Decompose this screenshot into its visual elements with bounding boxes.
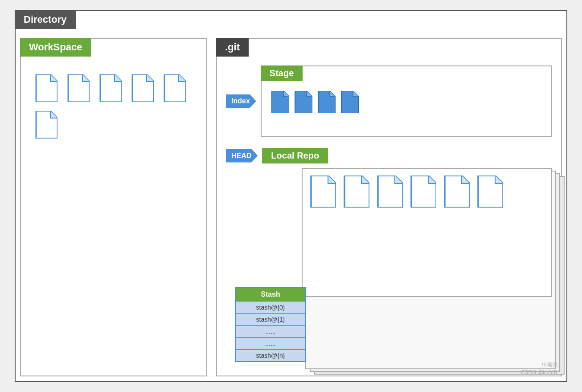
stash-row-n: stash@{n} — [236, 349, 305, 361]
workspace-file-3 — [98, 74, 122, 102]
stage-section: Index Stage — [226, 65, 552, 139]
stash-header: Stash — [236, 288, 305, 301]
stage-files — [262, 66, 551, 120]
directory-label: Directory — [15, 10, 76, 29]
git-label: .git — [216, 38, 249, 57]
stash-row-1: stash@{1} — [236, 313, 305, 325]
repo-file-2 — [343, 176, 369, 208]
workspace-file-5 — [163, 74, 186, 102]
repo-file-5 — [443, 176, 470, 208]
stash-area: Stash stash@{0} stash@{1} ...... ...... … — [226, 168, 297, 367]
head-arrow-row: HEAD Local Repo — [226, 148, 552, 163]
stage-file-4 — [340, 91, 359, 113]
stash-row-dots-1: ...... — [236, 325, 305, 337]
stage-label: Stage — [261, 65, 303, 81]
workspace-file-2 — [66, 74, 90, 102]
repo-main-page — [302, 168, 552, 297]
local-repo-outer: Stash stash@{0} stash@{1} ...... ...... … — [226, 168, 552, 367]
outer-container: Directory WorkSpace — [15, 10, 567, 382]
watermark-main: 狂喝说 — [521, 361, 557, 369]
local-repo-label: Local Repo — [262, 148, 328, 163]
workspace-box: WorkSpace — [20, 38, 207, 376]
repo-file-6 — [476, 176, 503, 208]
index-arrow: Index — [226, 94, 256, 108]
repo-file-4 — [410, 176, 436, 208]
main-content: WorkSpace — [20, 38, 562, 376]
stage-file-2 — [294, 91, 312, 113]
head-arrow: HEAD — [226, 149, 258, 163]
watermark-sub: CSDN @ic插田 — [521, 369, 557, 376]
stash-table: Stash stash@{0} stash@{1} ...... ...... … — [235, 287, 306, 362]
repo-file-1 — [309, 176, 336, 208]
watermark: 狂喝说 CSDN @ic插田 — [521, 361, 557, 376]
repo-file-3 — [376, 176, 403, 208]
workspace-label: WorkSpace — [20, 38, 91, 57]
stash-row-0: stash@{0} — [236, 301, 305, 313]
workspace-file-1 — [34, 74, 57, 102]
git-box: .git Index Stage — [216, 38, 562, 376]
stage-arrow-row: Index Stage — [226, 65, 552, 137]
workspace-file-4 — [131, 74, 154, 102]
page-stack-container — [302, 168, 552, 367]
repo-files — [309, 176, 545, 208]
workspace-file-6 — [34, 111, 57, 139]
stage-file-3 — [317, 91, 336, 113]
local-repo-section: HEAD Local Repo Stash stash@{0} stash@{1… — [226, 148, 552, 367]
stash-row-dots-2: ...... — [236, 337, 305, 349]
git-content: Index Stage — [217, 39, 561, 376]
stage-file-1 — [271, 91, 289, 113]
